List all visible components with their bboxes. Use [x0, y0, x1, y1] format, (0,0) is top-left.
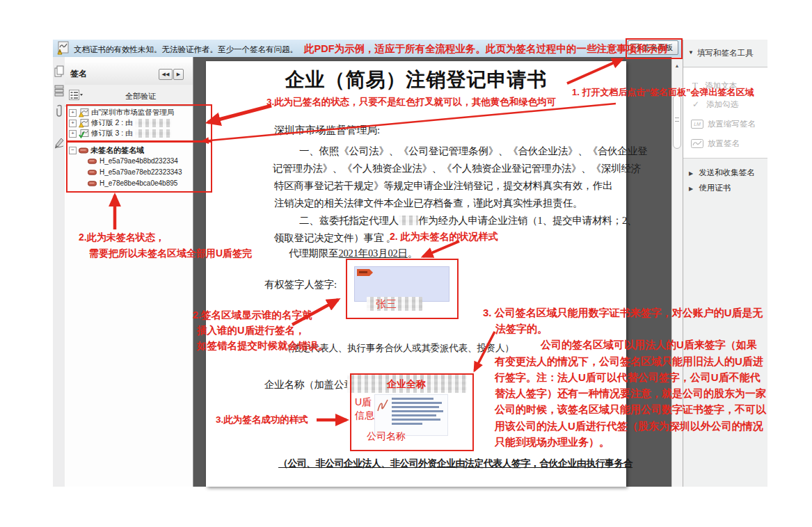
annotation-company-para-line: 公司的签名区域可以用法人的U盾来签字（如果 — [541, 339, 757, 352]
signatures-pen-icon[interactable] — [54, 136, 65, 149]
signature-panel-button-highlight — [626, 38, 683, 59]
annotation-company-para-line: 行签字。注：法人U盾可以代替公司签字，公司U盾不能代 — [495, 371, 761, 384]
annotation-company-para-line: 用该公司的法人U盾进行代签（股东为深圳以外公司的情况 — [495, 420, 763, 433]
doc-text: 代理期限至 — [289, 248, 339, 259]
annotation-company-para-line: 公司的时候，该签名区域只能用公司数字证书签字，不可以 — [495, 403, 766, 416]
tool-label: 放置缩写签名 — [708, 119, 756, 129]
fill-sign-panel-header[interactable]: ▼ 填写和签名工具 — [683, 40, 767, 67]
chevron-right-icon: ▶ — [689, 170, 693, 177]
panel-collapse-button[interactable]: ◀◀ — [159, 69, 173, 80]
doc-paragraph-line: 一、依照《公司法》、《公司登记管理条例》、《合伙企业法》、《合伙企业登 — [299, 145, 648, 158]
doc-footer-line: （公司、非公司企业法人、非公司外资企业由法定代表人签字，合伙企业由执行事务合 — [278, 457, 632, 470]
doc-paragraph-line: 记管理办法》、《个人独资企业法》、《个人独资企业登记管理办法》、《深圳经济 — [273, 162, 641, 175]
annotation-signed-status: 3.此为已签名的状态，只要不是红色打叉就可以，其他黄色和绿色均可 — [266, 96, 556, 108]
doc-salutation: 深圳市市场监督管理局: — [274, 124, 380, 137]
scrollbar-up-button[interactable]: ▲ — [672, 61, 682, 71]
signature-warning-icon — [56, 41, 70, 56]
section-send-collect[interactable]: ▶ 发送和收集签名 — [689, 168, 755, 178]
annotation-box-signed-company — [350, 373, 474, 451]
annotation-company-para-line: 有变更法人的情况下，公司签名区域只能用旧法人的U盾进 — [495, 355, 763, 368]
panel-expand-button[interactable]: ▶ — [173, 69, 184, 80]
annotation-sign-region-2: 插入谁的U盾进行签名， — [197, 324, 305, 337]
annotation-box-unsigned-items — [66, 141, 212, 193]
place-signature-icon — [691, 139, 703, 148]
annotation-open-panel: 1. 打开文档后点击“签名面板”会弹出签名区域 — [572, 86, 754, 99]
annotation-company-sign-2: 法签字的。 — [495, 323, 548, 336]
tool-label: 放置签名 — [708, 138, 740, 149]
doc-paragraph-line: 注销决定的相关法律文件本企业已存档备查，谨此对真实性承担责任。 — [274, 197, 582, 210]
annotation-unsigned-style: 2. 此为未签名的状况样式 — [390, 231, 498, 243]
section-use-certificate[interactable]: ▶ 使用证书 — [689, 183, 731, 193]
fill-sign-panel-title: 填写和签名工具 — [697, 48, 754, 58]
tool-add-checkmark[interactable]: ✓ 添加勾选 — [692, 99, 738, 110]
checkmark-tool-icon: ✓ — [692, 99, 699, 109]
section-label: 使用证书 — [699, 184, 731, 192]
annotation-company-para-line: 只能到现场办理业务）。 — [495, 436, 610, 449]
attachments-paperclip-icon[interactable] — [55, 104, 64, 118]
panel-options-icon[interactable] — [69, 90, 83, 100]
doc-text: 二、兹委托指定代理人 — [299, 215, 399, 226]
doc-agent-line: 二、兹委托指定代理人作为经办人申请企业注销（1、提交申请材料；2、 — [299, 214, 637, 227]
annotation-unsigned-state-1: 2.此为未签名状态， — [79, 232, 165, 244]
verify-all-button[interactable]: 全部验证 — [125, 91, 156, 102]
annotation-sign-region-1: 2.签名区域显示谁的名字就 — [193, 309, 312, 322]
document-title: 企业（简易）注销登记申请书 — [206, 67, 626, 93]
certificate-status-text: 文档证书的有效性未知。无法验证作者。至少一个签名有问题。 — [74, 44, 298, 55]
doc-deadline-date: 2021年03月02日 — [339, 248, 408, 259]
annotation-signed-success: 3.此为签名成功的样式 — [216, 414, 308, 426]
annotation-company-sign-1: 3. 公司签名区域只能用数字证书来签字，对公账户的U盾是无 — [483, 307, 763, 320]
doc-paragraph-line: 特区商事登记若干规定》等规定申请企业注销登记，提交材料真实有效，作出 — [274, 179, 612, 193]
doc-signer-label: 有权签字人签字: — [264, 278, 337, 291]
chevron-down-icon: ▼ — [688, 49, 694, 56]
signature-panel-title: 签名 — [70, 68, 87, 80]
page-thumbnails-icon[interactable] — [54, 65, 64, 77]
redacted-agent-name — [399, 216, 418, 225]
fill-sign-panel-lower — [683, 159, 767, 487]
annotation-top-caption: 此PDF为示例，适应于所有全流程业务。此页为签名过程中的一些注意事项和示例 — [304, 42, 667, 56]
bookmarks-icon[interactable] — [54, 85, 64, 97]
annotation-sign-region-3: 如签错名提交时候就会错误。 — [197, 339, 328, 352]
scrollbar-thumb[interactable] — [673, 95, 681, 149]
annotation-box-unsigned-field — [346, 259, 459, 319]
doc-paragraph-line: 领取登记决定文件）事宜 。 — [274, 232, 396, 245]
section-label: 发送和收集签名 — [699, 168, 755, 177]
doc-text: 。 — [408, 248, 417, 259]
left-icon-strip — [53, 57, 65, 487]
annotation-box-signed-items — [66, 104, 212, 142]
chevron-right-icon: ▶ — [689, 186, 693, 192]
tool-place-initials[interactable]: LM 放置缩写签名 — [691, 119, 756, 129]
tool-place-signature[interactable]: 放置签名 — [691, 138, 740, 149]
initials-tool-icon: LM — [691, 120, 703, 129]
tool-label: 添加勾选 — [706, 100, 738, 108]
annotation-company-para-line: 替法人签字）还有一种情况要注意，就是公司的股东为一家 — [495, 387, 766, 400]
doc-text: 作为经办人申请企业注销（1、提交申请材料；2、 — [418, 215, 637, 226]
annotation-unsigned-state-2: 需要把所以未签名区域全部用U盾签完 — [89, 248, 252, 260]
